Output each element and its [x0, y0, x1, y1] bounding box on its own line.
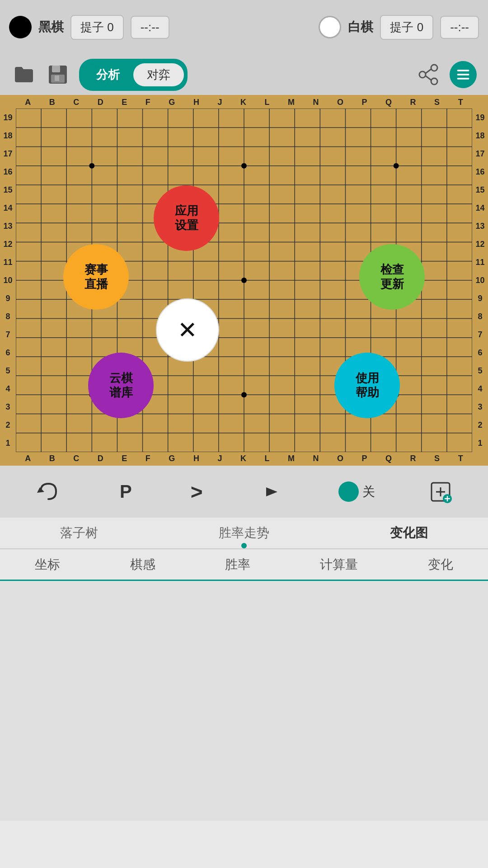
- subtab-variation[interactable]: 变化: [421, 552, 460, 578]
- toolbar: 分析 对弈: [0, 54, 488, 95]
- save-button[interactable]: [45, 62, 70, 87]
- subtab-coordinates[interactable]: 坐标: [28, 552, 67, 578]
- analyze-mode-button[interactable]: 分析: [83, 63, 133, 86]
- folder-button[interactable]: [11, 62, 36, 87]
- share-button[interactable]: [416, 62, 441, 87]
- col-label-o: O: [337, 98, 343, 107]
- save-icon: [47, 63, 69, 86]
- undo-button[interactable]: [32, 475, 66, 509]
- check-update-label2: 更新: [380, 277, 404, 291]
- subtab-compute[interactable]: 计算量: [313, 552, 365, 578]
- black-capture-label: 提子: [80, 20, 104, 34]
- toggle-indicator: [338, 481, 359, 502]
- header: 黑棋 提子 0 --:-- 白棋 提子 0 --:--: [0, 0, 488, 54]
- svg-rect-10: [457, 74, 469, 75]
- col-label-t: T: [458, 98, 463, 107]
- svg-rect-3: [55, 75, 59, 81]
- add-game-icon: [429, 481, 452, 503]
- black-stone-icon: [9, 16, 32, 38]
- mode-toggle[interactable]: 分析 对弈: [79, 59, 188, 91]
- white-label: 白棋: [348, 19, 373, 36]
- forward-label: >: [191, 480, 203, 504]
- broadcast-button[interactable]: 赛事 直播: [63, 244, 129, 310]
- subtab-feel[interactable]: 棋感: [123, 552, 162, 578]
- black-capture-count: 0: [107, 20, 113, 34]
- pass-label: P: [120, 481, 132, 502]
- col-label-c: C: [73, 98, 79, 107]
- black-time: --:--: [131, 16, 169, 39]
- svg-line-8: [426, 76, 431, 80]
- help-label: 使用: [356, 371, 379, 385]
- col-label-a: A: [25, 98, 31, 107]
- add-game-button[interactable]: [425, 476, 456, 508]
- check-update-button[interactable]: 检查 更新: [359, 244, 425, 310]
- white-stone-icon: [319, 16, 341, 38]
- col-label-g: G: [169, 98, 175, 107]
- main-menu-button[interactable]: [450, 61, 477, 88]
- broadcast-label: 赛事: [84, 263, 108, 277]
- help-label2: 帮助: [356, 386, 379, 400]
- svg-line-7: [426, 69, 431, 73]
- undo-icon: [36, 479, 61, 504]
- tabs-row: 落子树 胜率走势 变化图: [0, 518, 488, 549]
- help-button[interactable]: 使用 帮助: [334, 353, 400, 418]
- next-icon: [262, 481, 284, 503]
- settings-button[interactable]: 应用 设置: [154, 185, 219, 251]
- white-capture-label: 提子: [390, 20, 413, 34]
- pass-button[interactable]: P: [115, 477, 136, 506]
- svg-point-4: [431, 65, 437, 71]
- menu-lines-icon: [455, 66, 471, 83]
- col-label-n: N: [313, 98, 319, 107]
- col-label-r: R: [410, 98, 416, 107]
- col-label-s: S: [434, 98, 440, 107]
- tab-move-tree[interactable]: 落子树: [51, 520, 107, 546]
- cloud-library-label: 云棋: [109, 371, 133, 385]
- broadcast-label2: 直播: [84, 277, 108, 291]
- col-label-f: F: [145, 98, 150, 107]
- black-capture-box: 提子 0: [70, 15, 124, 40]
- col-label-j: J: [217, 98, 222, 107]
- cloud-library-label2: 谱库: [109, 386, 133, 400]
- ai-toggle[interactable]: 关: [338, 481, 375, 502]
- forward-button[interactable]: >: [186, 475, 207, 509]
- white-capture-box: 提子 0: [380, 15, 433, 40]
- svg-point-6: [419, 71, 426, 78]
- col-label-d: D: [98, 98, 103, 107]
- col-label-m: M: [288, 98, 295, 107]
- col-label-e: E: [122, 98, 127, 107]
- settings-label2: 设置: [175, 218, 198, 232]
- analyze-toggle[interactable]: [257, 476, 289, 508]
- subtabs-row: 坐标 棋感 胜率 计算量 变化: [0, 549, 488, 581]
- cloud-library-button[interactable]: 云棋 谱库: [88, 353, 154, 418]
- svg-rect-1: [52, 66, 60, 72]
- col-label-q: Q: [385, 98, 392, 107]
- share-icon: [417, 63, 440, 86]
- bottom-toolbar: P > 关: [0, 466, 488, 518]
- black-label: 黑棋: [38, 19, 64, 36]
- tab-active-indicator: [241, 543, 247, 548]
- col-label-l: L: [264, 98, 269, 107]
- col-label-k: K: [240, 98, 246, 107]
- tab-win-trend[interactable]: 胜率走势: [210, 520, 278, 546]
- col-label-b: B: [49, 98, 55, 107]
- close-icon: ✕: [178, 316, 197, 344]
- check-update-label: 检查: [380, 263, 404, 277]
- svg-rect-9: [457, 70, 469, 71]
- settings-label: 应用: [175, 204, 198, 218]
- battle-mode-button[interactable]: 对弈: [133, 63, 184, 86]
- toggle-label: 关: [362, 483, 375, 500]
- close-menu-button[interactable]: ✕: [156, 298, 219, 362]
- svg-rect-11: [457, 78, 469, 80]
- go-board[interactable]: A B C D E F G H J K L M N O P Q R S T A …: [0, 95, 488, 466]
- white-capture-count: 0: [417, 20, 423, 34]
- content-area: [0, 581, 488, 821]
- tab-variation[interactable]: 变化图: [381, 520, 437, 546]
- col-label-h: H: [193, 98, 199, 107]
- folder-icon: [13, 63, 35, 86]
- svg-point-5: [431, 78, 437, 85]
- col-label-p: P: [362, 98, 367, 107]
- white-time: --:--: [440, 16, 479, 39]
- subtab-winrate[interactable]: 胜率: [218, 552, 257, 578]
